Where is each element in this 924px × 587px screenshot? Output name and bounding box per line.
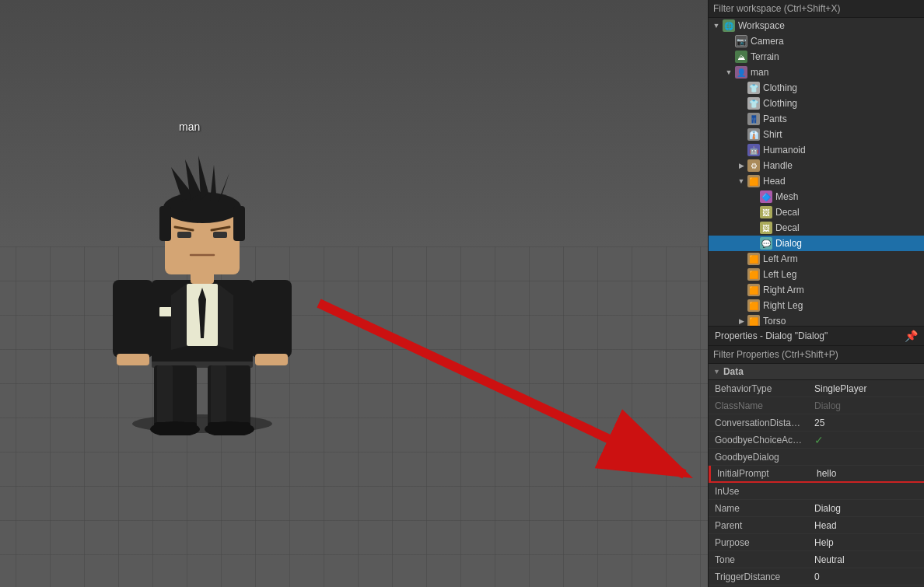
prop-row-triggerdistance[interactable]: TriggerDistance0	[709, 568, 924, 585]
prop-row-name[interactable]: NameDialog	[709, 500, 924, 517]
prop-name: InitialPrompt	[711, 468, 812, 479]
svg-rect-19	[255, 354, 288, 365]
pants-icon: 👖	[747, 113, 760, 125]
svg-marker-5	[171, 284, 187, 350]
tree-arrow-rightarm	[737, 285, 746, 295]
tree-item-clothing1[interactable]: 👕Clothing	[709, 80, 924, 96]
prop-name: ConversationDistance	[709, 418, 810, 428]
tree-arrow-decal1	[749, 208, 758, 217]
leg-icon: 🟧	[747, 299, 760, 312]
tree-label-man: man	[751, 67, 768, 78]
decal-icon: 🖼	[760, 222, 772, 234]
svg-marker-31	[210, 165, 216, 201]
tree-item-handle[interactable]: ▶⚙Handle	[709, 158, 924, 173]
section-label: Data	[723, 366, 744, 377]
prop-value: Dialog	[810, 400, 924, 411]
prop-row-parent[interactable]: ParentHead	[709, 517, 924, 534]
tree-label-head: Head	[763, 176, 786, 187]
tree-item-decal2[interactable]: 🖼Decal	[709, 220, 924, 236]
tree-item-pants[interactable]: 👖Pants	[709, 111, 924, 127]
prop-row-goodbyedialog[interactable]: GoodbyeDialog	[709, 449, 924, 466]
properties-pin-icon[interactable]: 📌	[905, 330, 918, 342]
prop-name: InUse	[709, 486, 810, 497]
arm-icon: 🟧	[747, 284, 760, 296]
tree-label-rightleg: Right Leg	[763, 300, 803, 311]
svg-rect-23	[213, 232, 227, 238]
tree-item-clothing2[interactable]: 👕Clothing	[709, 96, 924, 111]
properties-rows: BehaviorTypeSinglePlayerClassNameDialogC…	[709, 380, 924, 585]
prop-name: Purpose	[709, 537, 810, 548]
prop-row-behaviortype[interactable]: BehaviorTypeSinglePlayer	[709, 380, 924, 397]
tree-arrow-handle: ▶	[737, 161, 746, 170]
prop-value: Help	[810, 537, 924, 548]
tree-item-torso[interactable]: ▶🟧Torso	[709, 313, 924, 327]
tree-item-head[interactable]: ▼🟧Head	[709, 173, 924, 189]
tree-label-handle: Handle	[763, 160, 793, 171]
svg-rect-16	[113, 280, 153, 358]
tree-arrow-rightleg	[737, 301, 746, 310]
prop-row-initialprompt[interactable]: InitialPrompthello	[709, 466, 924, 483]
tree-label-workspace: Workspace	[738, 20, 785, 31]
tree-label-humanoid: Humanoid	[763, 145, 806, 155]
mesh-icon: 🔷	[760, 190, 772, 203]
svg-rect-11	[211, 365, 226, 424]
prop-row-goodbyechoiceactive[interactable]: GoodbyeChoiceActive✓	[709, 432, 924, 449]
tree-item-leftarm[interactable]: 🟧Left Arm	[709, 251, 924, 267]
tree-item-decal1[interactable]: 🖼Decal	[709, 204, 924, 220]
tree-item-mesh[interactable]: 🔷Mesh	[709, 189, 924, 204]
properties-filter[interactable]: Filter Properties (Ctrl+Shift+P)	[709, 346, 924, 364]
tree-label-mesh: Mesh	[775, 191, 798, 202]
tree-arrow-humanoid	[737, 145, 746, 155]
tree-item-workspace[interactable]: ▼🌐Workspace	[709, 18, 924, 33]
character-model	[70, 132, 334, 435]
tree-item-humanoid[interactable]: 🤖Humanoid	[709, 142, 924, 158]
tree-label-torso: Torso	[763, 316, 786, 327]
tree-item-camera[interactable]: 📷Camera	[709, 33, 924, 49]
tree-label-camera: Camera	[751, 36, 784, 47]
tree-label-decal2: Decal	[775, 222, 800, 233]
explorer-filter[interactable]: Filter workspace (Ctrl+Shift+X)	[709, 0, 924, 18]
dialog-icon: 💬	[760, 237, 772, 250]
tree-item-shirt[interactable]: 👔Shirt	[709, 127, 924, 142]
man-icon: 👤	[735, 66, 747, 79]
tree-arrow-workspace: ▼	[712, 21, 721, 30]
tree-label-decal1: Decal	[775, 207, 800, 218]
prop-value: ✓	[810, 434, 924, 446]
tree-item-man[interactable]: ▼👤man	[709, 65, 924, 80]
prop-value: Head	[810, 520, 924, 531]
prop-row-purpose[interactable]: PurposeHelp	[709, 534, 924, 551]
arm-icon: 🟧	[747, 253, 760, 265]
tree-arrow-terrain	[724, 52, 733, 61]
prop-value: Neutral	[810, 554, 924, 565]
head-icon: 🟧	[747, 175, 760, 187]
tree-item-leftleg[interactable]: 🟧Left Leg	[709, 267, 924, 282]
prop-row-tone[interactable]: ToneNeutral	[709, 551, 924, 568]
prop-name: Name	[709, 503, 810, 514]
tree-arrow-leftleg	[737, 270, 746, 279]
explorer-panel: Filter workspace (Ctrl+Shift+X) ▼🌐Worksp…	[709, 0, 924, 327]
tree-arrow-shirt	[737, 130, 746, 139]
prop-row-classname[interactable]: ClassNameDialog	[709, 397, 924, 414]
tree-item-terrain[interactable]: ⛰Terrain	[709, 49, 924, 65]
prop-value: hello	[812, 468, 924, 479]
tree-container: ▼🌐Workspace📷Camera⛰Terrain▼👤man👕Clothing…	[709, 18, 924, 327]
properties-header: Properties - Dialog "Dialog" 📌	[709, 327, 924, 346]
tree-arrow-camera	[724, 37, 733, 46]
camera-icon: 📷	[735, 35, 747, 47]
tree-item-dialog[interactable]: 💬Dialog	[709, 236, 924, 251]
character-label: man	[179, 121, 200, 133]
properties-title: Properties - Dialog "Dialog"	[715, 330, 828, 341]
svg-marker-6	[218, 284, 233, 350]
prop-row-inuse[interactable]: InUse	[709, 483, 924, 500]
tree-item-rightleg[interactable]: 🟧Right Leg	[709, 298, 924, 313]
prop-row-conversationdistance[interactable]: ConversationDistance25	[709, 414, 924, 432]
tree-arrow-pants	[737, 114, 746, 124]
tree-arrow-man: ▼	[724, 68, 733, 77]
prop-name: GoodbyeChoiceActive	[709, 435, 810, 445]
tree-arrow-decal2	[749, 223, 758, 232]
handle-icon: ⚙	[747, 159, 760, 172]
decal-icon: 🖼	[760, 206, 772, 218]
tree-item-rightarm[interactable]: 🟧Right Arm	[709, 282, 924, 298]
tree-label-clothing2: Clothing	[763, 98, 797, 109]
prop-name: GoodbyeDialog	[709, 452, 810, 463]
